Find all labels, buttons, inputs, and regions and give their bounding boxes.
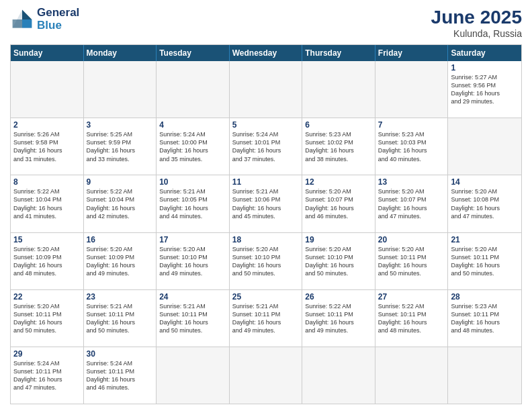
day-number: 11 [232,177,300,187]
calendar-cell: 8Sunrise: 5:22 AMSunset: 10:04 PMDayligh… [11,175,84,232]
weekday-header: Wednesday [230,45,303,61]
calendar-cell: 28Sunrise: 5:23 AMSunset: 10:11 PMDaylig… [448,290,521,347]
calendar-cell: 18Sunrise: 5:20 AMSunset: 10:10 PMDaylig… [230,233,303,289]
calendar-cell: 16Sunrise: 5:20 AMSunset: 10:09 PMDaylig… [84,233,157,289]
cell-content: Sunrise: 5:20 AMSunset: 10:10 PMDaylight… [232,245,300,278]
cell-content: Sunrise: 5:24 AMSunset: 10:00 PMDaylight… [159,130,226,163]
cell-content: Sunrise: 5:20 AMSunset: 10:11 PMDaylight… [451,245,519,278]
day-number: 29 [13,349,81,359]
day-number: 18 [232,235,300,244]
logo-text: General Blue [37,7,79,32]
cell-content: Sunrise: 5:20 AMSunset: 10:11 PMDaylight… [13,302,81,335]
cell-content: Sunrise: 5:23 AMSunset: 10:03 PMDaylight… [378,130,445,163]
calendar-cell [157,61,230,118]
calendar-cell: 26Sunrise: 5:22 AMSunset: 10:11 PMDaylig… [302,290,375,347]
calendar-cell: 6Sunrise: 5:23 AMSunset: 10:02 PMDayligh… [302,118,375,175]
weekday-header: Tuesday [157,45,230,61]
cell-content: Sunrise: 5:23 AMSunset: 10:11 PMDaylight… [451,302,519,335]
cell-content: Sunrise: 5:23 AMSunset: 10:02 PMDaylight… [305,130,372,163]
day-number: 22 [13,292,81,302]
weekday-header: Friday [375,45,449,61]
day-number: 14 [451,177,519,187]
calendar-cell: 25Sunrise: 5:21 AMSunset: 10:11 PMDaylig… [230,290,303,347]
calendar-cell: 3Sunrise: 5:25 AMSunset: 9:59 PMDaylight… [84,118,157,175]
day-number: 10 [159,177,226,187]
calendar-cell [84,61,157,118]
cell-content: Sunrise: 5:20 AMSunset: 10:07 PMDaylight… [378,187,445,220]
calendar-cell [302,347,375,404]
calendar-cell: 5Sunrise: 5:24 AMSunset: 10:01 PMDayligh… [230,118,303,175]
calendar-cell: 2Sunrise: 5:26 AMSunset: 9:58 PMDaylight… [11,118,84,175]
cell-content: Sunrise: 5:22 AMSunset: 10:04 PMDaylight… [87,187,154,220]
weekday-header: Saturday [448,45,521,61]
day-number: 6 [305,120,372,130]
cell-content: Sunrise: 5:24 AMSunset: 10:01 PMDaylight… [232,130,300,163]
calendar-cell [448,118,521,175]
cell-content: Sunrise: 5:20 AMSunset: 10:08 PMDaylight… [451,187,519,220]
day-number: 16 [87,235,154,244]
day-number: 1 [451,63,519,73]
calendar-row: 29Sunrise: 5:24 AMSunset: 10:11 PMDaylig… [11,347,521,404]
day-number: 17 [159,235,226,244]
weekday-header: Sunday [11,45,84,61]
cell-content: Sunrise: 5:26 AMSunset: 9:58 PMDaylight:… [13,130,81,163]
cell-content: Sunrise: 5:21 AMSunset: 10:11 PMDaylight… [159,302,226,335]
calendar-cell: 4Sunrise: 5:24 AMSunset: 10:00 PMDayligh… [157,118,230,175]
calendar-cell: 20Sunrise: 5:20 AMSunset: 10:11 PMDaylig… [375,233,449,289]
cell-content: Sunrise: 5:24 AMSunset: 10:11 PMDaylight… [13,359,81,392]
day-number: 27 [378,292,445,302]
day-number: 13 [378,177,445,187]
cell-content: Sunrise: 5:20 AMSunset: 10:07 PMDaylight… [305,187,372,220]
day-number: 9 [87,177,154,187]
svg-marker-3 [13,19,22,28]
cell-content: Sunrise: 5:20 AMSunset: 10:10 PMDaylight… [305,245,372,278]
day-number: 20 [378,235,445,244]
page: General Blue June 2025 Kulunda, Russia S… [0,0,532,411]
cell-content: Sunrise: 5:22 AMSunset: 10:11 PMDaylight… [378,302,445,335]
calendar-cell: 7Sunrise: 5:23 AMSunset: 10:03 PMDayligh… [375,118,449,175]
weekday-header: Monday [84,45,157,61]
day-number: 12 [305,177,372,187]
day-number: 8 [13,177,81,187]
month-title: June 2025 [431,7,522,28]
day-number: 26 [305,292,372,302]
calendar-cell: 19Sunrise: 5:20 AMSunset: 10:10 PMDaylig… [302,233,375,289]
calendar-cell: 21Sunrise: 5:20 AMSunset: 10:11 PMDaylig… [448,233,521,289]
calendar-row: 1Sunrise: 5:27 AMSunset: 9:56 PMDaylight… [11,61,521,118]
calendar-row: 8Sunrise: 5:22 AMSunset: 10:04 PMDayligh… [11,175,521,232]
calendar-row: 15Sunrise: 5:20 AMSunset: 10:09 PMDaylig… [11,232,521,289]
calendar: SundayMondayTuesdayWednesdayThursdayFrid… [10,44,522,404]
cell-content: Sunrise: 5:25 AMSunset: 9:59 PMDaylight:… [87,130,154,163]
calendar-cell: 29Sunrise: 5:24 AMSunset: 10:11 PMDaylig… [11,347,84,404]
calendar-cell: 15Sunrise: 5:20 AMSunset: 10:09 PMDaylig… [11,233,84,289]
title-block: June 2025 Kulunda, Russia [431,7,522,39]
day-number: 7 [378,120,445,130]
logo: General Blue [10,7,79,32]
day-number: 28 [451,292,519,302]
cell-content: Sunrise: 5:21 AMSunset: 10:06 PMDaylight… [232,187,300,220]
calendar-cell [230,347,303,404]
cell-content: Sunrise: 5:24 AMSunset: 10:11 PMDaylight… [87,359,154,392]
day-number: 30 [87,349,154,359]
location: Kulunda, Russia [431,28,522,39]
calendar-cell: 14Sunrise: 5:20 AMSunset: 10:08 PMDaylig… [448,175,521,232]
cell-content: Sunrise: 5:21 AMSunset: 10:11 PMDaylight… [87,302,154,335]
calendar-cell: 9Sunrise: 5:22 AMSunset: 10:04 PMDayligh… [84,175,157,232]
calendar-cell: 22Sunrise: 5:20 AMSunset: 10:11 PMDaylig… [11,290,84,347]
calendar-cell: 27Sunrise: 5:22 AMSunset: 10:11 PMDaylig… [375,290,449,347]
calendar-cell [302,61,375,118]
cell-content: Sunrise: 5:22 AMSunset: 10:04 PMDaylight… [13,187,81,220]
cell-content: Sunrise: 5:20 AMSunset: 10:11 PMDaylight… [378,245,445,278]
header: General Blue June 2025 Kulunda, Russia [10,7,522,39]
cell-content: Sunrise: 5:20 AMSunset: 10:09 PMDaylight… [87,245,154,278]
day-number: 4 [159,120,226,130]
day-number: 5 [232,120,300,130]
calendar-row: 22Sunrise: 5:20 AMSunset: 10:11 PMDaylig… [11,289,521,347]
logo-icon [10,7,34,32]
calendar-cell: 30Sunrise: 5:24 AMSunset: 10:11 PMDaylig… [84,347,157,404]
day-number: 23 [87,292,154,302]
weekday-header: Thursday [302,45,375,61]
calendar-cell: 24Sunrise: 5:21 AMSunset: 10:11 PMDaylig… [157,290,230,347]
calendar-cell [11,61,84,118]
cell-content: Sunrise: 5:27 AMSunset: 9:56 PMDaylight:… [451,73,519,106]
